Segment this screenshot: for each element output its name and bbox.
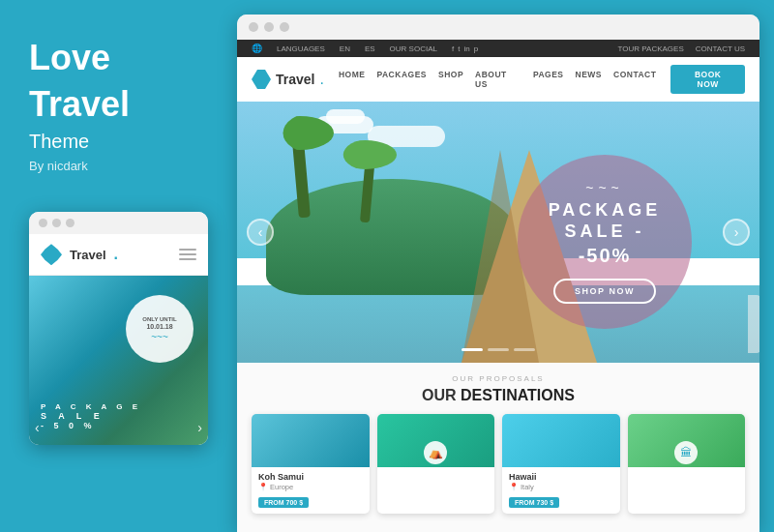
proposals-title-plain: OUR [422, 387, 461, 403]
mobile-only-until: ONLY UNTIL [142, 316, 176, 323]
mobile-logo-icon [41, 244, 62, 265]
sale-label: SALE - [564, 222, 644, 243]
destination-icon-2: ⛺ [429, 446, 443, 459]
hero-dot-2[interactable] [488, 348, 509, 351]
languages-label: LANGUAGES [277, 44, 325, 53]
hero-arrow-right[interactable]: › [723, 219, 750, 246]
mobile-sale-line1: P A C K A G E [41, 402, 141, 411]
nav-news[interactable]: NEWS [576, 70, 603, 89]
tour-packages-link[interactable]: TOUR PACKAGES [618, 44, 684, 53]
menu-line-2 [179, 253, 196, 255]
desktop-nav: Travel . HOME PACKAGES SHOP ABOUT US PAG… [237, 57, 759, 102]
book-now-button[interactable]: BOOK NOW [670, 65, 745, 94]
mobile-dot-2 [52, 219, 61, 227]
left-panel: Love Travel Theme By nicdark Travel . ON… [0, 0, 237, 532]
mobile-tilde: ~~~ [151, 332, 168, 342]
dest-icon-overlay-4: 🏛 [674, 441, 698, 464]
title-theme: Theme [29, 131, 208, 153]
nav-shop[interactable]: SHOP [438, 70, 463, 89]
hero-sale-overlay: ~~~ PACKAGE SALE - -50% SHOP NOW [518, 155, 692, 329]
our-social-label: OUR SOCIAL [390, 44, 437, 53]
pin-icon-1: 📍 [258, 483, 268, 491]
dest-img-1 [252, 414, 370, 467]
mobile-hamburger-icon[interactable] [179, 249, 196, 260]
mobile-titlebar [29, 212, 208, 234]
linkedin-icon[interactable]: in [463, 44, 469, 53]
mobile-nav: Travel . [29, 234, 208, 276]
pinterest-icon[interactable]: p [474, 44, 478, 53]
destinations-grid: Koh Samui 📍 Europe FROM 700 $ ⛺ [252, 414, 745, 514]
desktop-dot-1 [249, 22, 258, 32]
title-love: Love [29, 39, 208, 77]
sale-fifty: -50% [579, 245, 632, 267]
nav-logo: Travel . [252, 70, 324, 89]
nav-about[interactable]: ABOUT US [475, 70, 521, 89]
dest-info-3: Hawaii 📍 Italy FROM 730 $ [502, 467, 620, 514]
mobile-arrow-left[interactable]: ‹ [35, 420, 40, 435]
mobile-mockup: Travel . ONLY UNTIL 10.01.18 ~~~ P A C K… [29, 212, 208, 445]
shop-now-button[interactable]: SHOP NOW [553, 279, 656, 304]
lang-es[interactable]: ES [365, 44, 375, 53]
mobile-logo-dot: . [114, 246, 118, 263]
dest-info-2 [377, 467, 495, 478]
proposals-section: OUR PROPOSALS OUR DESTINATIONS Koh Samui… [237, 363, 759, 532]
desktop-top-bar: 🌐 LANGUAGES EN ES OUR SOCIAL f t in p TO… [237, 40, 759, 57]
dest-name-1: Koh Samui [258, 472, 363, 482]
nav-home[interactable]: HOME [339, 70, 366, 89]
cloud-2 [326, 109, 365, 124]
dest-region-text-1: Europe [270, 483, 293, 491]
dest-price-3: FROM 730 $ [509, 497, 559, 508]
dest-region-1: 📍 Europe [258, 483, 363, 491]
contact-us-link[interactable]: CONTACT US [696, 44, 745, 53]
mobile-arrows: ‹ › [29, 420, 208, 435]
proposals-title-bold: DESTINATIONS [461, 387, 575, 403]
desktop-dot-3 [280, 22, 289, 32]
nav-pages[interactable]: PAGES [533, 70, 564, 89]
dest-card-3[interactable]: Hawaii 📍 Italy FROM 730 $ [502, 414, 620, 514]
chevron-right-icon: › [734, 224, 739, 240]
proposals-title: OUR DESTINATIONS [252, 387, 745, 404]
desktop-titlebar [237, 15, 759, 40]
top-bar-right: TOUR PACKAGES CONTACT US [618, 44, 745, 53]
nav-packages[interactable]: PACKAGES [376, 70, 427, 89]
nav-links: HOME PACKAGES SHOP ABOUT US PAGES NEWS C… [339, 70, 657, 89]
pin-icon-3: 📍 [509, 483, 519, 491]
hero-dot-1[interactable] [461, 348, 483, 351]
menu-line-1 [179, 249, 196, 251]
dest-name-3: Hawaii [509, 472, 613, 482]
scroll-hint [748, 295, 759, 353]
nav-logo-text: Travel [276, 72, 314, 87]
dest-region-3: 📍 Italy [509, 483, 613, 491]
desktop-hero: ~~~ PACKAGE SALE - -50% SHOP NOW ‹ › [237, 102, 759, 363]
hero-dot-3[interactable] [514, 348, 535, 351]
theme-title: Love Travel Theme By nicdark [29, 39, 208, 202]
destination-icon-4: 🏛 [680, 446, 692, 459]
sale-tilde: ~~~ [585, 180, 624, 195]
lang-en[interactable]: EN [340, 44, 350, 53]
desktop-mockup: 🌐 LANGUAGES EN ES OUR SOCIAL f t in p TO… [237, 15, 759, 532]
dest-card-4[interactable]: 🏛 [628, 414, 746, 514]
mobile-dot-1 [39, 219, 47, 227]
facebook-icon[interactable]: f [452, 44, 454, 53]
twitter-icon[interactable]: t [458, 44, 460, 53]
sale-package: PACKAGE [549, 200, 662, 222]
mobile-hero: ONLY UNTIL 10.01.18 ~~~ P A C K A G E S … [29, 276, 208, 445]
title-travel: Travel [29, 85, 208, 124]
nav-logo-icon [252, 70, 271, 89]
hero-arrow-left[interactable]: ‹ [247, 219, 274, 246]
chevron-left-icon: ‹ [258, 224, 263, 240]
nav-contact[interactable]: CONTACT [613, 70, 656, 89]
dest-region-text-3: Italy [521, 483, 534, 491]
dest-icon-overlay-2: ⛺ [424, 441, 447, 464]
dest-card-2[interactable]: ⛺ [377, 414, 495, 514]
proposals-eyebrow: OUR PROPOSALS [252, 374, 745, 383]
mobile-arrow-right[interactable]: › [197, 420, 202, 435]
nav-logo-dot: . [319, 71, 323, 88]
mobile-circle-badge: ONLY UNTIL 10.01.18 ~~~ [126, 295, 194, 363]
dest-img-3 [502, 414, 620, 467]
mobile-dot-3 [66, 219, 74, 227]
mobile-logo-text: Travel [70, 248, 106, 262]
dest-info-4 [628, 467, 746, 477]
social-icons: f t in p [452, 44, 478, 53]
dest-card-1[interactable]: Koh Samui 📍 Europe FROM 700 $ [252, 414, 370, 514]
